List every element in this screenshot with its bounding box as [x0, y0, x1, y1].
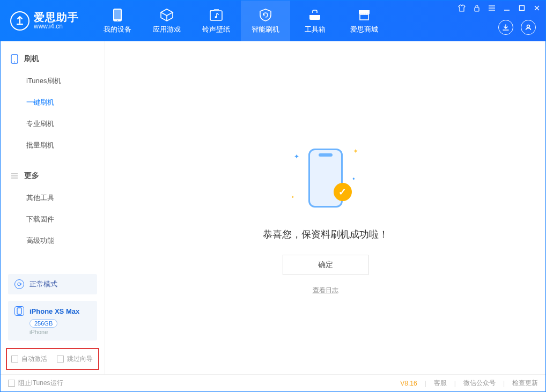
sidebar-heading-label: 刷机 — [24, 54, 39, 64]
music-folder-icon — [209, 8, 224, 23]
sparkle-icon: • — [292, 194, 294, 201]
svg-rect-7 — [309, 13, 320, 15]
device-type: iPhone — [29, 329, 91, 335]
sidebar-heading-flash: 刷机 — [1, 50, 105, 68]
bottom-options-highlight: 自动激活 跳过向导 — [6, 348, 99, 370]
tab-store[interactable]: 爱思商城 — [340, 1, 389, 41]
checkbox-icon — [8, 380, 15, 387]
sidebar-item-oneclick-flash[interactable]: 一键刷机 — [1, 92, 105, 113]
success-message: 恭喜您，保资料刷机成功啦！ — [263, 228, 388, 241]
download-button[interactable] — [498, 20, 513, 35]
menu-icon[interactable] — [488, 4, 496, 12]
checkbox-icon — [57, 356, 64, 363]
tab-flash[interactable]: 智能刷机 — [241, 1, 290, 41]
sidebar-item-batch-flash[interactable]: 批量刷机 — [1, 135, 105, 156]
tab-label: 智能刷机 — [252, 25, 279, 34]
tab-my-device[interactable]: 我的设备 — [93, 1, 142, 41]
device-storage: 256GB — [29, 319, 57, 328]
device-phone-icon — [14, 306, 24, 316]
store-icon — [357, 8, 372, 23]
tab-label: 工具箱 — [305, 25, 326, 34]
checkbox-stop-itunes[interactable]: 阻止iTunes运行 — [8, 379, 63, 388]
list-icon — [10, 172, 19, 180]
tab-ringtones[interactable]: 铃声壁纸 — [191, 1, 241, 41]
header-actions — [498, 20, 536, 35]
sidebar-item-advanced[interactable]: 高级功能 — [1, 230, 105, 252]
nav-tabs: 我的设备 应用游戏 铃声壁纸 智能刷机 工具箱 爱思商城 — [93, 1, 389, 41]
svg-rect-9 — [475, 8, 479, 11]
svg-rect-0 — [17, 24, 23, 25]
close-button[interactable] — [533, 4, 541, 12]
refresh-shield-icon — [258, 8, 273, 23]
toolbox-icon — [307, 8, 322, 23]
svg-rect-8 — [360, 14, 368, 20]
device-icon — [10, 55, 19, 63]
tab-label: 应用游戏 — [153, 25, 181, 34]
checkbox-icon — [11, 356, 18, 363]
sparkle-icon: • — [352, 175, 355, 183]
shirt-icon[interactable] — [458, 4, 466, 12]
success-illustration: ✦ ✦ • • ✓ — [291, 143, 360, 213]
ok-button[interactable]: 确定 — [283, 255, 368, 275]
check-badge-icon: ✓ — [334, 183, 352, 201]
version-label: V8.16 — [400, 380, 417, 387]
sidebar-heading-more: 更多 — [1, 167, 105, 185]
svg-rect-23 — [17, 308, 21, 314]
body: 刷机 iTunes刷机 一键刷机 专业刷机 批量刷机 更多 其他工具 下载固件 — [1, 41, 545, 374]
main-content: ✦ ✦ • • ✓ 恭喜您，保资料刷机成功啦！ 确定 查看日志 — [105, 41, 545, 374]
tab-toolbox[interactable]: 工具箱 — [290, 1, 340, 41]
maximize-button[interactable] — [518, 4, 526, 12]
check-update-link[interactable]: 检查更新 — [512, 379, 538, 388]
checkbox-auto-activate[interactable]: 自动激活 — [11, 354, 47, 364]
logo: 爱思助手 www.i4.cn — [1, 1, 88, 41]
mode-icon: ⟳ — [14, 279, 24, 289]
svg-point-5 — [215, 16, 217, 18]
sidebar-section-flash: 刷机 iTunes刷机 一键刷机 专业刷机 批量刷机 — [1, 41, 105, 158]
app-window: 爱思助手 www.i4.cn 我的设备 应用游戏 铃声壁纸 智能刷机 — [0, 0, 546, 392]
svg-point-19 — [14, 62, 15, 63]
svg-rect-4 — [210, 11, 222, 20]
logo-icon — [10, 11, 29, 31]
lock-icon[interactable] — [473, 4, 481, 12]
checkbox-label: 阻止iTunes运行 — [18, 379, 63, 388]
sidebar-item-pro-flash[interactable]: 专业刷机 — [1, 113, 105, 135]
svg-rect-2 — [114, 10, 121, 19]
mode-card[interactable]: ⟳ 正常模式 — [8, 274, 97, 294]
footer: 阻止iTunes运行 V8.16 | 客服 | 微信公众号 | 检查更新 — [1, 374, 545, 391]
device-name: iPhone XS Max — [29, 307, 79, 315]
tab-label: 铃声壁纸 — [202, 25, 230, 34]
user-button[interactable] — [521, 20, 536, 35]
sidebar-section-more: 更多 其他工具 下载固件 高级功能 — [1, 158, 105, 254]
checkbox-skip-guide[interactable]: 跳过向导 — [57, 354, 93, 364]
sparkle-icon: ✦ — [294, 153, 299, 160]
minimize-button[interactable] — [503, 4, 511, 12]
mode-label: 正常模式 — [29, 279, 57, 289]
app-url: www.i4.cn — [34, 23, 79, 30]
sidebar-item-itunes-flash[interactable]: iTunes刷机 — [1, 70, 105, 92]
tab-label: 我的设备 — [104, 25, 131, 34]
sparkle-icon: ✦ — [353, 147, 358, 155]
svg-point-3 — [117, 20, 118, 21]
checkbox-label: 跳过向导 — [67, 354, 93, 364]
svg-rect-14 — [520, 6, 525, 11]
wechat-link[interactable]: 微信公众号 — [463, 379, 496, 388]
phone-icon — [110, 8, 125, 23]
view-log-link[interactable]: 查看日志 — [313, 286, 338, 295]
app-title: 爱思助手 — [34, 11, 79, 23]
cube-icon — [159, 8, 174, 23]
sidebar-item-other-tools[interactable]: 其他工具 — [1, 187, 105, 209]
svg-point-17 — [527, 25, 530, 28]
checkbox-label: 自动激活 — [21, 354, 47, 364]
tab-label: 爱思商城 — [350, 25, 378, 34]
support-link[interactable]: 客服 — [434, 379, 447, 388]
sidebar-item-download-firmware[interactable]: 下载固件 — [1, 209, 105, 230]
sidebar-heading-label: 更多 — [24, 171, 39, 181]
sidebar: 刷机 iTunes刷机 一键刷机 专业刷机 批量刷机 更多 其他工具 下载固件 — [1, 41, 105, 374]
tab-apps[interactable]: 应用游戏 — [142, 1, 191, 41]
device-card[interactable]: iPhone XS Max 256GB iPhone — [8, 301, 97, 341]
header: 爱思助手 www.i4.cn 我的设备 应用游戏 铃声壁纸 智能刷机 — [1, 1, 545, 41]
window-controls — [458, 4, 541, 12]
